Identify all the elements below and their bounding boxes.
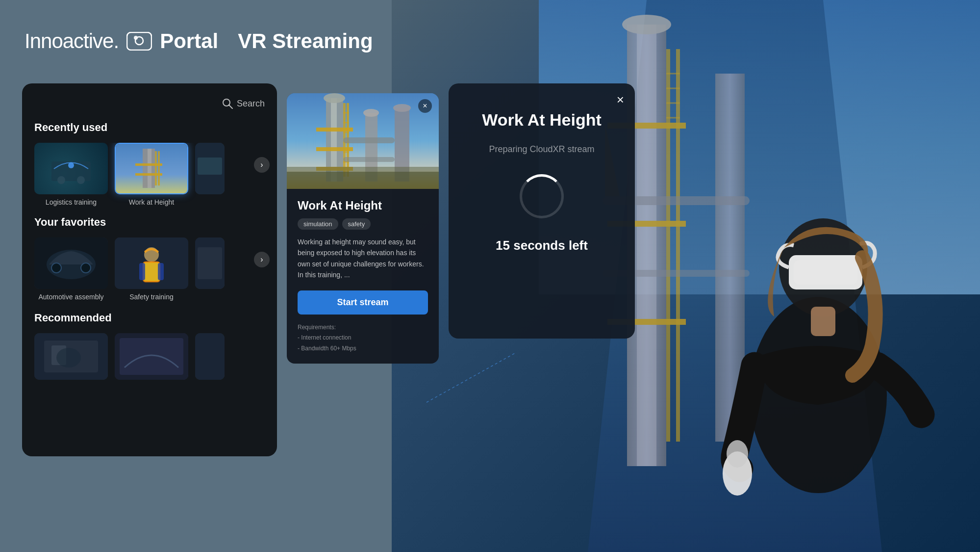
requirements: Requirements: - Internet connection - Ba… [298, 322, 428, 354]
card-logistics-training[interactable]: Logistics training [34, 143, 108, 206]
detail-hero-image: × [287, 93, 439, 189]
search-bar[interactable]: Search [34, 98, 265, 109]
recently-used-arrow[interactable]: › [254, 157, 270, 173]
requirements-title: Requirements: [298, 322, 428, 333]
card-safety-img [115, 237, 188, 289]
svg-rect-82 [287, 172, 439, 189]
svg-point-55 [56, 348, 81, 368]
svg-rect-12 [715, 74, 745, 442]
svg-rect-57 [120, 338, 183, 375]
svg-point-29 [77, 176, 85, 184]
svg-rect-6 [666, 49, 670, 442]
wah-scene [116, 144, 187, 193]
card-rec2[interactable] [115, 333, 188, 380]
safety-illustration [115, 237, 188, 289]
card-logistics2-img [195, 143, 225, 194]
logistics2-illustration [195, 143, 225, 194]
stream-status: Preparing CloudXR stream [489, 144, 594, 155]
card-training-img [195, 237, 225, 289]
svg-rect-39 [198, 158, 222, 175]
svg-point-78 [393, 104, 411, 112]
tags-row: simulation safety [298, 218, 428, 230]
auto-scene [34, 237, 108, 289]
logistics-scene [34, 143, 108, 194]
detail-title: Work At Height [298, 199, 428, 212]
card-work-at-height[interactable]: Work at Height [115, 143, 188, 206]
detail-panel: × Work At Height simulation safety Worki… [287, 93, 439, 364]
portal-icon [126, 31, 152, 51]
card-automotive[interactable]: Automotive assembly [34, 237, 108, 301]
brand-logo: Innoactive. [25, 29, 119, 53]
tag-simulation: simulation [298, 218, 338, 230]
svg-rect-46 [143, 262, 160, 282]
panels-container: Search Recently used [22, 83, 635, 456]
svg-point-62 [324, 93, 345, 103]
card-automotive-label: Automotive assembly [34, 293, 108, 301]
requirement-internet: - Internet connection [298, 333, 428, 343]
svg-rect-36 [155, 151, 157, 185]
svg-rect-33 [148, 149, 151, 188]
training-illustration [195, 237, 225, 289]
detail-close-button[interactable]: × [418, 99, 432, 113]
favorites-row: Automotive assembly [34, 237, 265, 301]
rec1-illustration [34, 333, 108, 380]
card-rec1[interactable] [34, 333, 108, 380]
recommended-row [34, 333, 265, 380]
card-safety[interactable]: Safety training [115, 237, 188, 301]
svg-point-43 [81, 263, 91, 273]
requirement-bandwidth: - Bandwidth 60+ Mbps [298, 343, 428, 354]
streaming-label: VR Streaming [238, 29, 373, 53]
svg-line-26 [229, 105, 232, 108]
hero-industrial-scene [287, 93, 439, 189]
wah-illustration [116, 144, 188, 194]
card-training[interactable] [195, 237, 225, 301]
card-wah-label: Work at Height [115, 198, 188, 206]
card-rec1-img [34, 333, 108, 380]
recently-used-title: Recently used [34, 121, 265, 134]
svg-point-30 [68, 162, 74, 168]
brand-name: Innoactive. [25, 29, 119, 53]
svg-point-42 [51, 263, 61, 273]
card-rec2-img [115, 333, 188, 380]
loading-spinner [520, 174, 564, 218]
favorites-arrow[interactable]: › [254, 252, 270, 267]
svg-rect-22 [127, 32, 151, 50]
logistics2-scene [195, 143, 225, 194]
favorites-title: Your favorites [34, 216, 265, 229]
card-logistics-img [34, 143, 108, 194]
svg-rect-80 [343, 157, 395, 162]
seconds-left: 15 seconds left [496, 238, 588, 253]
logistics-illustration [47, 152, 96, 186]
page-header: Innoactive. Portal VR Streaming [25, 29, 373, 53]
card-logistics2[interactable] [195, 143, 225, 206]
svg-point-24 [134, 36, 138, 40]
stream-title: Work At Height [482, 110, 602, 130]
search-icon [222, 98, 233, 109]
card-wah-img [115, 143, 188, 194]
tag-safety: safety [342, 218, 371, 230]
rec2-illustration [115, 333, 188, 380]
card-automotive-img [34, 237, 108, 289]
detail-description: Working at height may sound easy, but be… [298, 237, 428, 281]
stream-spinner [520, 174, 564, 218]
search-label: Search [237, 99, 265, 109]
rec3-illustration [195, 333, 225, 380]
start-stream-button[interactable]: Start stream [298, 290, 428, 315]
card-rec3[interactable] [195, 333, 225, 380]
training-scene [195, 237, 225, 289]
svg-rect-37 [158, 151, 160, 185]
svg-point-2 [622, 15, 671, 34]
recently-used-row: Logistics training [34, 143, 265, 206]
auto-illustration [34, 237, 108, 289]
library-panel: Search Recently used [22, 83, 277, 456]
svg-rect-51 [198, 247, 222, 279]
detail-body: Work At Height simulation safety Working… [287, 189, 439, 364]
stream-panel: × Work At Height Preparing CloudXR strea… [449, 83, 635, 339]
stream-close-button[interactable]: × [617, 92, 624, 107]
svg-rect-48 [139, 263, 145, 280]
card-rec3-img [195, 333, 225, 380]
svg-rect-7 [676, 49, 680, 442]
svg-point-76 [363, 109, 379, 117]
card-safety-label: Safety training [115, 293, 188, 301]
svg-rect-79 [343, 137, 395, 143]
